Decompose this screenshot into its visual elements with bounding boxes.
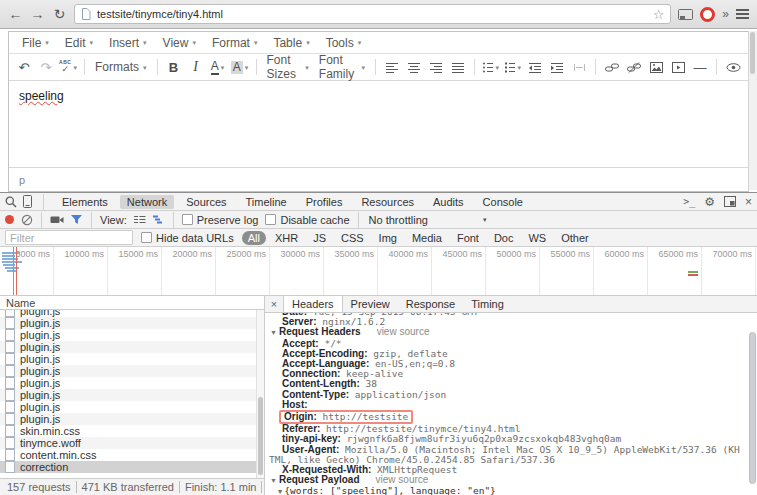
filter-type-ws[interactable]: WS (522, 231, 552, 245)
close-icon[interactable]: × (745, 195, 752, 209)
filter-type-media[interactable]: Media (406, 231, 448, 245)
record-icon[interactable] (5, 215, 14, 224)
details-tab-timing[interactable]: Timing (463, 296, 512, 312)
nonbreaking-button[interactable] (568, 57, 590, 77)
element-path[interactable]: p (19, 174, 25, 186)
media-button[interactable] (667, 57, 689, 77)
device-mode-icon[interactable] (23, 195, 32, 208)
image-button[interactable] (645, 57, 667, 77)
filter-type-font[interactable]: Font (451, 231, 485, 245)
preserve-log-checkbox[interactable] (182, 214, 193, 225)
tab-console[interactable]: Console (476, 195, 530, 209)
spellcheck-button[interactable]: ABC✓ ▾ (57, 57, 79, 77)
tab-profiles[interactable]: Profiles (299, 195, 350, 209)
filter-type-doc[interactable]: Doc (488, 231, 520, 245)
table-row[interactable]: content.min.css (0, 449, 264, 461)
table-row[interactable]: plugin.js (0, 389, 264, 401)
align-right-button[interactable] (425, 57, 447, 77)
indent-button[interactable] (546, 57, 568, 77)
forward-icon[interactable]: → (30, 7, 45, 21)
console-drawer-icon[interactable]: >_ (683, 196, 695, 207)
table-row[interactable]: plugin.js (0, 341, 264, 353)
outdent-button[interactable] (524, 57, 546, 77)
bold-button[interactable]: B (163, 57, 185, 77)
misspelled-word[interactable]: speeling (19, 89, 64, 103)
table-row[interactable]: correction (0, 461, 264, 473)
table-row[interactable]: tinymce.woff (0, 437, 264, 449)
view-source-link[interactable]: view source (377, 326, 430, 337)
details-tab-headers[interactable]: Headers (283, 296, 343, 312)
menu-tools[interactable]: Tools▾ (318, 34, 370, 52)
tab-timeline[interactable]: Timeline (239, 195, 294, 209)
bullet-list-button[interactable]: ▾ (480, 57, 502, 77)
tab-audits[interactable]: Audits (426, 195, 471, 209)
table-row[interactable]: plugin.js (0, 317, 264, 329)
backcolor-button[interactable]: A▾ (229, 57, 251, 77)
undo-button[interactable]: ↶ (13, 57, 35, 77)
view-waterfall-icon[interactable] (153, 215, 165, 225)
record-extension-icon[interactable] (700, 7, 715, 22)
table-row[interactable]: skin.min.css (0, 425, 264, 437)
extensions-overflow-icon[interactable]: » (722, 7, 729, 21)
filter-type-css[interactable]: CSS (335, 231, 370, 245)
table-row[interactable]: plugin.js (0, 377, 264, 389)
cast-icon[interactable] (678, 9, 693, 20)
formats-dropdown[interactable]: Formats▾ (90, 60, 152, 74)
details-tab-response[interactable]: Response (398, 296, 464, 312)
view-list-icon[interactable] (134, 215, 146, 225)
back-icon[interactable]: ← (8, 7, 23, 21)
table-row[interactable]: plugin.js (0, 401, 264, 413)
throttling-select[interactable]: No throttling ▾ (367, 214, 489, 226)
filter-type-all[interactable]: All (242, 231, 266, 245)
table-row[interactable]: plugin.js (0, 353, 264, 365)
dock-side-icon[interactable] (724, 196, 736, 207)
page-scrollbar[interactable] (748, 31, 757, 190)
bookmark-star-icon[interactable]: ☆ (653, 8, 665, 21)
menu-table[interactable]: Table▾ (265, 34, 317, 52)
menu-view[interactable]: View▾ (155, 34, 204, 52)
settings-gear-icon[interactable]: ⚙ (704, 195, 715, 209)
align-justify-button[interactable] (447, 57, 469, 77)
close-details-icon[interactable]: × (265, 296, 283, 312)
filter-type-js[interactable]: JS (307, 231, 332, 245)
table-row[interactable]: plugin.js (0, 365, 264, 377)
chrome-menu-icon[interactable] (736, 9, 749, 19)
redo-button[interactable]: ↷ (35, 57, 57, 77)
table-row[interactable]: plugin.js (0, 329, 264, 341)
table-row[interactable]: plugin.js (0, 310, 264, 317)
table-row[interactable]: plugin.js (0, 413, 264, 425)
preview-button[interactable] (722, 57, 744, 77)
filter-type-xhr[interactable]: XHR (269, 231, 304, 245)
align-center-button[interactable] (403, 57, 425, 77)
url-text[interactable]: testsite/tinymce/tiny4.html (97, 8, 647, 20)
request-list-scrollbar[interactable] (256, 310, 264, 478)
menu-insert[interactable]: Insert▾ (101, 34, 155, 52)
unlink-button[interactable] (623, 57, 645, 77)
disable-cache-checkbox[interactable] (265, 214, 276, 225)
link-button[interactable] (601, 57, 623, 77)
screenshot-camera-icon[interactable] (50, 215, 64, 224)
filter-type-other[interactable]: Other (555, 231, 595, 245)
details-scrollbar[interactable] (749, 318, 756, 489)
horizontal-rule-button[interactable]: — (689, 57, 711, 77)
tab-resources[interactable]: Resources (354, 195, 421, 209)
numbered-list-button[interactable]: ▾ (502, 57, 524, 77)
align-left-button[interactable] (381, 57, 403, 77)
domcontentloaded-link[interactable]: DOMContentLo... (262, 481, 264, 493)
reload-icon[interactable]: ↻ (52, 7, 67, 21)
address-bar[interactable]: testsite/tinymce/tiny4.html ☆ (74, 4, 671, 24)
inspect-magnifier-icon[interactable] (5, 196, 17, 208)
hide-data-urls-checkbox[interactable] (141, 232, 152, 243)
font-family-dropdown[interactable]: Font Family▾ (314, 53, 370, 81)
forecolor-button[interactable]: A▾ (207, 57, 229, 77)
menu-edit[interactable]: Edit▾ (57, 34, 101, 52)
editor-content[interactable]: speeling (9, 81, 748, 167)
tab-sources[interactable]: Sources (179, 195, 233, 209)
clear-icon[interactable] (21, 214, 33, 226)
filter-type-img[interactable]: Img (373, 231, 403, 245)
timeline-overview[interactable]: 5000 ms10000 ms15000 ms20000 ms25000 ms3… (0, 247, 757, 296)
menu-file[interactable]: File▾ (14, 34, 57, 52)
font-sizes-dropdown[interactable]: Font Sizes▾ (262, 53, 314, 81)
filter-funnel-icon[interactable] (71, 215, 83, 225)
tab-elements[interactable]: Elements (55, 195, 115, 209)
